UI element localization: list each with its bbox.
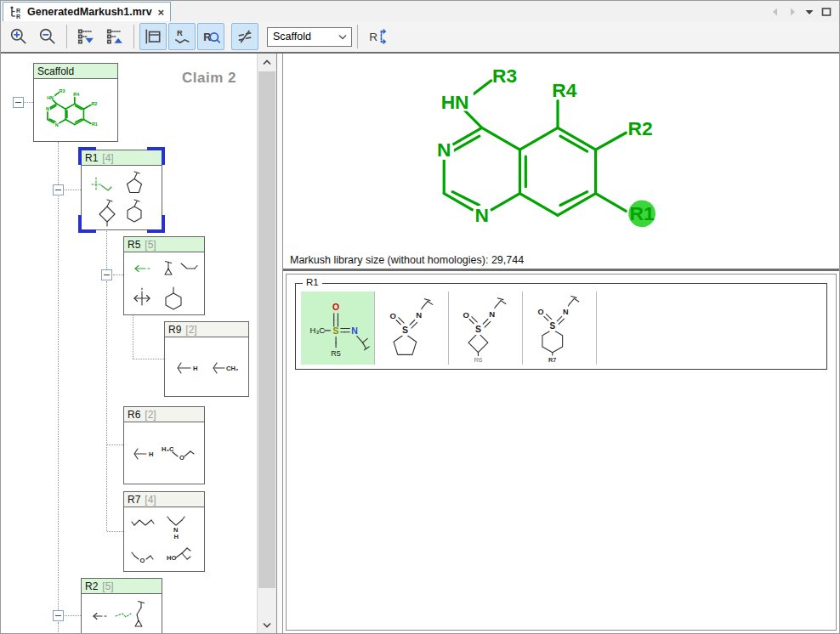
scroll-up-button[interactable] [258, 54, 276, 71]
atom-label-n1[interactable]: N [475, 204, 489, 226]
r6-node-label: R6 [128, 409, 140, 421]
maximize-icon[interactable] [820, 6, 832, 18]
hide-markers-button[interactable] [231, 23, 258, 50]
scaffold-expander[interactable] [13, 97, 24, 108]
r2-node-count: [5] [102, 580, 113, 592]
svg-text:R1: R1 [92, 122, 98, 127]
r1-node-count: [4] [102, 152, 113, 164]
r9-atom-h: H [193, 365, 197, 372]
rgroup-view-button[interactable]: R [168, 23, 196, 50]
view-selector-dropdown[interactable]: Scaffold [267, 27, 352, 47]
claim-label: Claim 2 [182, 70, 236, 87]
r7-node-header: R7 [4] [124, 492, 204, 507]
scaffold-structure[interactable]: HN R3 R4 R2 R1 N N [372, 57, 743, 251]
option4-r7: R7 [548, 356, 556, 364]
r7-atom-o: O [140, 557, 145, 564]
atom-label-r1[interactable]: R1 [630, 202, 655, 224]
atom-label-n3[interactable]: N [437, 139, 451, 161]
r1-option-4-structure: S O N R7 [525, 292, 593, 364]
tree-node-r1[interactable]: R1 [4] [81, 150, 162, 230]
document-tab[interactable]: R R GeneratedMarkush1.mrv × [3, 2, 171, 21]
chevron-down-icon [338, 34, 347, 40]
r5-node-count: [5] [145, 239, 156, 251]
markush-tree-icon: R R [9, 5, 23, 19]
r1-option-4[interactable]: S O N R7 [523, 292, 597, 365]
tab-close-icon[interactable]: × [158, 6, 165, 19]
option4-n: N [563, 308, 569, 316]
svg-text:R: R [16, 14, 20, 20]
enumeration-button[interactable]: R [363, 23, 390, 50]
scaffold-node-header: Scaffold [34, 64, 117, 79]
option2-o: O [389, 311, 395, 320]
tabs-next-icon[interactable] [786, 6, 798, 18]
r2-node-header: R2 [5] [82, 579, 162, 594]
tree-connector [113, 275, 123, 275]
r9-fragments-thumb: H CH₃ [166, 339, 247, 395]
r9-node-header: R9 [2] [165, 322, 248, 337]
scaffold-structure-thumb: HN R3 R4 R2 R1 N N [37, 84, 115, 137]
tabs-prev-icon[interactable] [769, 6, 781, 18]
atom-label-r2[interactable]: R2 [628, 117, 653, 139]
expand-tree-icon [77, 27, 95, 46]
library-size-text: Markush library size (without homologies… [290, 254, 524, 266]
main-area: Claim 2 Scaffold [1, 54, 839, 633]
scaffold-thumbnail: HN R3 R4 R2 R1 N N [34, 79, 117, 141]
tab-title: GeneratedMarkush1.mrv [27, 6, 152, 18]
scaffold-node-label: Scaffold [37, 65, 74, 77]
collapse-all-button[interactable] [101, 23, 128, 50]
r6-thumbnail: H H₃C O [124, 422, 204, 484]
svg-text:R4: R4 [73, 92, 79, 97]
tree-node-r6[interactable]: R6 [2] H H₃C O [123, 406, 205, 484]
r1-options-empty-space [597, 292, 826, 365]
r2-expander[interactable] [53, 610, 64, 621]
tabs-menu-icon[interactable] [803, 6, 815, 18]
definitions-area: R1 [283, 271, 839, 633]
r5-fragments-thumb [128, 254, 201, 314]
expand-all-button[interactable] [72, 23, 99, 50]
tree-scrollbar[interactable] [257, 54, 276, 633]
r6-node-header: R6 [2] [124, 407, 204, 422]
r1-option-2[interactable]: S O N [375, 292, 449, 365]
definitions-box: R1 [286, 274, 837, 631]
r5-expander[interactable] [101, 269, 112, 280]
r2-node-label: R2 [85, 580, 98, 592]
tab-strip: R R GeneratedMarkush1.mrv × [1, 1, 839, 21]
r9-atom-ch3: CH₃ [226, 365, 239, 372]
show-panels-button[interactable] [139, 23, 167, 50]
tree-connector [133, 315, 133, 359]
r1-option-1[interactable]: H₃C S O N R5 [301, 292, 375, 365]
selection-corner [78, 147, 96, 165]
r7-node-label: R7 [128, 494, 140, 506]
rgroup-bond-icon: R [173, 27, 191, 46]
option1-r5: R5 [331, 349, 341, 358]
toolbar-separator [357, 25, 358, 48]
atom-label-r4[interactable]: R4 [552, 79, 576, 101]
toolbar-separator [133, 25, 134, 48]
tree-connector [106, 231, 107, 269]
r1-expander[interactable] [53, 184, 64, 195]
tree-node-r9[interactable]: R9 [2] H CH₃ [164, 321, 249, 397]
option3-o: O [463, 310, 468, 320]
zoom-in-button[interactable] [5, 23, 32, 50]
scroll-down-button[interactable] [258, 616, 276, 633]
panel-frame-icon [144, 27, 162, 46]
rgroup-query-button[interactable]: R [197, 23, 224, 50]
tree-node-r5[interactable]: R5 [5] [123, 236, 205, 315]
tree-connector [65, 615, 81, 616]
r7-node-count: [4] [145, 494, 156, 506]
option1-o: O [332, 303, 339, 312]
scaffold-viewer[interactable]: HN R3 R4 R2 R1 N N [283, 54, 839, 251]
atom-label-r3[interactable]: R3 [492, 65, 517, 87]
r1-option-3[interactable]: S O N R6 [449, 292, 523, 365]
atom-label-hn[interactable]: HN [441, 92, 469, 114]
option2-n: N [416, 310, 422, 320]
enumeration-icon: R [366, 27, 387, 46]
scrollbar-thumb[interactable] [258, 71, 275, 588]
tree-node-scaffold[interactable]: Scaffold [33, 63, 118, 142]
tree-node-r7[interactable]: R7 [4] N H O HO [123, 491, 205, 572]
zoom-out-button[interactable] [34, 23, 61, 50]
tree-node-r2[interactable]: R2 [5] [81, 578, 162, 633]
r7-atom-ho: HO [167, 554, 176, 562]
collapse-tree-icon [105, 27, 124, 46]
svg-text:R2: R2 [91, 101, 97, 106]
